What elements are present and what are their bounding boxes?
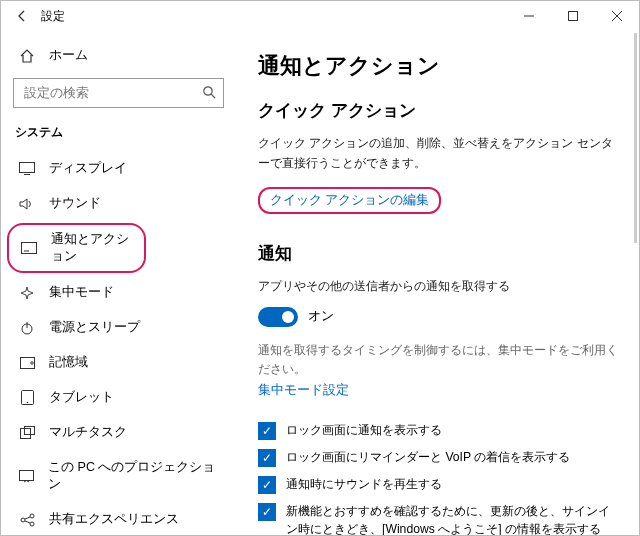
nav-label: 電源とスリープ [49,319,140,336]
nav-label: この PC へのプロジェクション [48,459,218,493]
svg-line-23 [25,521,30,523]
nav-label: 集中モード [49,284,114,301]
nav-shared[interactable]: 共有エクスペリエンス [1,502,236,535]
check-label: ロック画面にリマインダーと VoIP の着信を表示する [286,448,570,466]
nav-label: サウンド [49,195,101,212]
nav-label: マルチタスク [49,424,127,441]
notifications-desc: アプリやその他の送信者からの通知を取得する [258,277,619,297]
home-row[interactable]: ホーム [1,41,236,74]
svg-rect-8 [22,242,37,253]
minimize-button[interactable] [507,1,551,31]
svg-line-5 [211,94,215,98]
nav-focus[interactable]: 集中モード [1,275,236,310]
close-button[interactable] [595,1,639,31]
focus-hint: 通知を取得するタイミングを制御するには、集中モードをご利用ください。 [258,341,619,380]
back-icon[interactable] [15,9,29,23]
nav-label: 共有エクスペリエンス [49,511,179,528]
multitask-icon [19,425,35,441]
check-sound[interactable]: ✓通知時にサウンドを再生する [258,475,619,494]
nav-projection[interactable]: この PC へのプロジェクション [1,450,236,502]
svg-rect-12 [20,357,34,368]
quick-actions-desc: クイック アクションの追加、削除、並べ替えをアクション センターで直接行うことが… [258,134,619,173]
search-input[interactable] [13,78,224,108]
quick-actions-heading: クイック アクション [258,99,619,122]
window-controls [507,1,639,31]
notification-icon [21,240,37,256]
window-title: 設定 [41,8,65,25]
sidebar: ホーム システム ディスプレイ サウンド 通知とアクション [1,31,236,535]
storage-icon [19,355,35,371]
home-icon [19,48,35,64]
svg-rect-18 [20,470,34,480]
nav-label: ディスプレイ [49,160,127,177]
titlebar: 設定 [1,1,639,31]
search-wrap [13,78,224,108]
settings-window: 設定 ホーム システム ディスプレイ [0,0,640,536]
nav-storage[interactable]: 記憶域 [1,345,236,380]
svg-line-22 [25,517,30,519]
nav-sound[interactable]: サウンド [1,186,236,221]
page-title: 通知とアクション [258,51,619,81]
nav-multitask[interactable]: マルチタスク [1,415,236,450]
svg-point-19 [21,518,25,522]
projection-icon [19,468,34,484]
nav-label: 記憶域 [49,354,88,371]
scrollbar[interactable] [634,33,637,243]
content-pane: 通知とアクション クイック アクション クイック アクションの追加、削除、並べ替… [236,31,639,535]
nav-notifications[interactable]: 通知とアクション [7,223,146,273]
nav-display[interactable]: ディスプレイ [1,151,236,186]
nav-tablet[interactable]: タブレット [1,380,236,415]
check-lockscreen-voip[interactable]: ✓ロック画面にリマインダーと VoIP の着信を表示する [258,448,619,467]
maximize-button[interactable] [551,1,595,31]
svg-point-13 [30,361,32,363]
checkbox-icon: ✓ [258,476,276,494]
edit-quick-actions-link[interactable]: クイック アクションの編集 [258,187,441,214]
check-lockscreen-notif[interactable]: ✓ロック画面に通知を表示する [258,421,619,440]
nav-power[interactable]: 電源とスリープ [1,310,236,345]
svg-rect-17 [24,427,34,435]
power-icon [19,320,35,336]
notifications-toggle[interactable] [258,307,298,327]
check-welcome[interactable]: ✓新機能とおすすめを確認するために、更新の後と、サインイン時にときどき、[Win… [258,502,619,535]
tablet-icon [19,390,35,406]
check-label: ロック画面に通知を表示する [286,421,442,439]
nav-label: 通知とアクション [51,231,132,265]
category-label: システム [1,120,236,151]
focus-settings-link[interactable]: 集中モード設定 [258,382,349,399]
svg-rect-1 [569,12,578,21]
check-label: 通知時にサウンドを再生する [286,475,442,493]
svg-point-21 [30,522,34,526]
svg-point-20 [30,514,34,518]
svg-point-4 [204,87,212,95]
display-icon [19,161,35,177]
search-icon [202,85,216,99]
focus-icon [19,285,35,301]
nav-label: タブレット [49,389,114,406]
checkbox-icon: ✓ [258,449,276,467]
home-label: ホーム [49,47,88,64]
svg-rect-6 [20,163,35,173]
sound-icon [19,196,35,212]
svg-rect-16 [20,429,30,439]
checkbox-icon: ✓ [258,503,276,521]
checkbox-icon: ✓ [258,422,276,440]
notifications-heading: 通知 [258,242,619,265]
check-label: 新機能とおすすめを確認するために、更新の後と、サインイン時にときどき、[Wind… [286,502,619,535]
share-icon [19,512,35,528]
svg-point-15 [26,402,28,404]
toggle-label: オン [308,308,334,325]
